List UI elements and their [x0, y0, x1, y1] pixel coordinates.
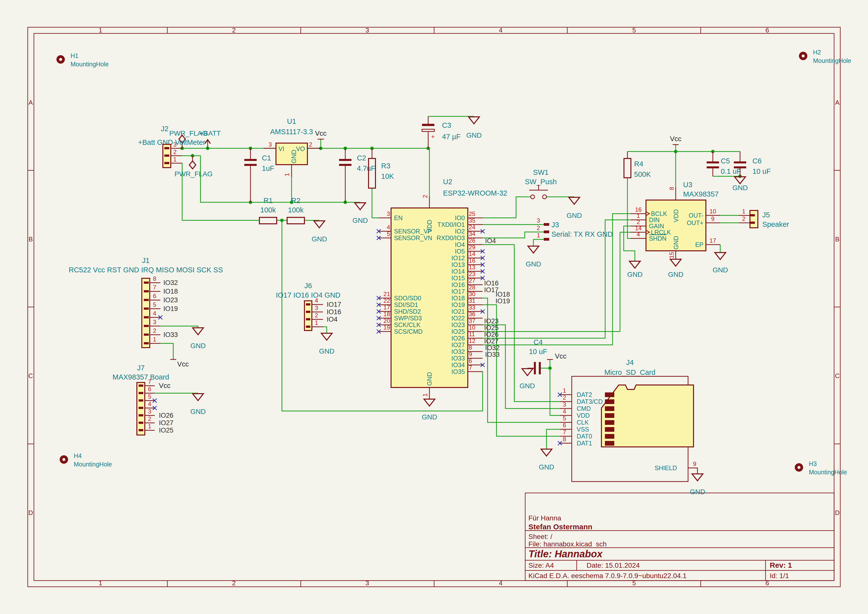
title-id: Id: 1/1 [770, 572, 789, 580]
pin-number: 5 [153, 301, 156, 308]
pin-number: 5 [387, 231, 390, 237]
connector-j6[interactable]: J6 IO17 IO16 IO4 GND 4IO17 3IO16 2IO4 1 [276, 282, 341, 330]
frame-col-label: 6 [766, 26, 769, 34]
resistor-r1[interactable]: R1 100k [259, 197, 277, 224]
ref: H1 [71, 52, 79, 59]
value: MountingHole [809, 469, 847, 476]
power-vcc-u3[interactable]: Vcc [670, 135, 682, 144]
pin-number: 7 [469, 364, 472, 371]
pin-name: GND [426, 372, 433, 386]
pin-number: 2 [422, 195, 428, 198]
pin-number: 14 [469, 251, 476, 257]
power-gnd-j3[interactable]: GND [526, 246, 541, 268]
capacitor-c1[interactable]: C1 1uF [244, 148, 274, 202]
schematic-canvas[interactable]: 1 2 3 4 5 6 1 2 3 4 5 6 A B C D A B C D … [0, 0, 868, 614]
power-gnd-u3[interactable]: GND [668, 259, 684, 278]
connector-j4-microsd[interactable]: J4 Micro_SD_Card 1DAT2 2DAT3/CD 3CMD 4VD… [558, 358, 698, 482]
pin-number: 3 [148, 408, 151, 415]
ref: SW1 [533, 168, 549, 176]
switch-sw1[interactable]: SW1 SW_Push [525, 168, 557, 199]
pin-number: 1 [537, 232, 540, 239]
connector-j7[interactable]: J7 MAX98357 Board 7Vcc 6 5 4 3IO26 2IO27… [113, 364, 174, 435]
value: 1uF [262, 164, 274, 172]
pin-name: EP [695, 241, 704, 248]
power-vcc-1[interactable]: Vcc [315, 129, 327, 139]
value: GND [690, 488, 705, 496]
pin-name: SDI/SD1 [394, 301, 418, 308]
power-gnd-j7[interactable]: GND [190, 394, 206, 416]
net-label: IO18 [496, 291, 510, 298]
pin-name: VI [279, 145, 284, 152]
pin-name: IO27 [451, 341, 465, 348]
connector-j1-rc522[interactable]: J1 RC522 Vcc RST GND IRQ MISO MOSI SCK S… [68, 256, 223, 347]
pin-name: IO23 [451, 321, 465, 328]
pin-number: 3 [537, 217, 540, 224]
pin-name: SWP/SD3 [394, 315, 422, 322]
mounting-hole-h1[interactable]: H1 MountingHole [56, 52, 108, 68]
pin-number: 1 [563, 387, 566, 394]
regulator-u1[interactable]: U1 AMS1117-3.3 3 2 VI VO GND 1 [264, 117, 321, 202]
pwr-flag-2[interactable]: PWR_FLAG [175, 156, 212, 178]
pin-name: DAT2 [577, 391, 592, 398]
mounting-hole-icon [62, 458, 65, 461]
pin-number: 2 [153, 327, 156, 334]
power-gnd-u2[interactable]: GND [422, 399, 437, 421]
ref: J6 [304, 282, 312, 290]
value: Vcc [555, 352, 567, 360]
pin-number: 26 [469, 237, 476, 244]
net-label: IO23 [163, 296, 178, 304]
mcu-u2-esp32[interactable]: U2 ESP32-WROOM-32 2 VDD 1 GND 3EN 4SENSO… [377, 178, 510, 399]
power-vcc-c4[interactable]: Vcc [547, 352, 567, 360]
value: GND [312, 235, 327, 243]
power-gnd-gain[interactable]: GND [627, 261, 643, 278]
capacitor-c2[interactable]: C2 4.7uF [339, 148, 375, 202]
net-label: Vcc [159, 382, 170, 389]
pin-number: 9 [469, 351, 472, 358]
power-gnd-sw1[interactable]: GND [567, 197, 582, 219]
value: 47 µF [442, 133, 460, 141]
pin-number: 16 [469, 257, 476, 264]
power-gnd-c6[interactable]: GND [732, 177, 748, 192]
power-gnd-c3[interactable]: GND [466, 117, 482, 139]
pin-number: 13 [469, 264, 476, 271]
power-gnd-shield[interactable]: GND [690, 474, 705, 496]
pin-number: 35 [469, 217, 476, 224]
value: MountingHole [71, 60, 108, 68]
pin-number: 3 [268, 141, 272, 148]
mounting-hole-h3[interactable]: H3 MountingHole [795, 460, 847, 476]
power-gnd-r2[interactable]: GND [312, 221, 327, 243]
power-gnd-j6[interactable]: GND [319, 333, 334, 355]
resistor-r4[interactable]: R4 500K [624, 152, 651, 178]
power-gnd-ep[interactable]: GND [713, 253, 728, 274]
amp-u3-max98357[interactable]: U3 MAX98357 8 VDD 15 GND 16BCLK 1DIN 2GA… [631, 181, 720, 259]
pin-number: 2 [563, 394, 566, 401]
frame-col-label: 3 [366, 579, 369, 587]
pin-number: 4 [387, 224, 390, 231]
power-vcc-j1[interactable]: Vcc [170, 360, 189, 368]
power-gnd-rail[interactable]: GND [352, 203, 368, 224]
frame-col-label: 4 [499, 579, 502, 587]
connector-j3[interactable]: J3 Serial: TX RX GND 3 2 1 [537, 217, 613, 241]
mounting-hole-h4[interactable]: H4 MountingHole [60, 452, 112, 468]
capacitor-c3[interactable]: + C3 47 µF [422, 116, 460, 148]
pin-name: IO12 [451, 254, 465, 262]
power-gnd-j1[interactable]: GND [190, 328, 206, 350]
resistor-r2[interactable]: R2 100k [287, 197, 304, 224]
power-gnd-vss[interactable]: GND [539, 449, 554, 471]
pin-name: IO25 [451, 328, 465, 335]
value: 100k [288, 206, 304, 214]
mounting-hole-h2[interactable]: H2 MountingHole [799, 49, 851, 64]
pin-name: SENSOR_VP [394, 228, 432, 235]
pin-name: EN [394, 214, 403, 221]
value: MAX98357 [683, 190, 719, 198]
connector-j5-speaker[interactable]: 1 2 J5 Speaker [739, 208, 789, 228]
ref: C4 [533, 338, 542, 346]
pin-name: BCLK [651, 210, 667, 217]
value: 4.7uF [357, 164, 375, 172]
power-gnd-c4[interactable]: GND [519, 369, 535, 390]
pin-name: GAIN [649, 223, 664, 229]
pin-number: 8 [563, 436, 566, 442]
value: 10 uF [529, 347, 547, 355]
pin-name: IO13 [451, 261, 465, 268]
capacitor-c5[interactable]: C5 0.1 uF [707, 152, 741, 176]
